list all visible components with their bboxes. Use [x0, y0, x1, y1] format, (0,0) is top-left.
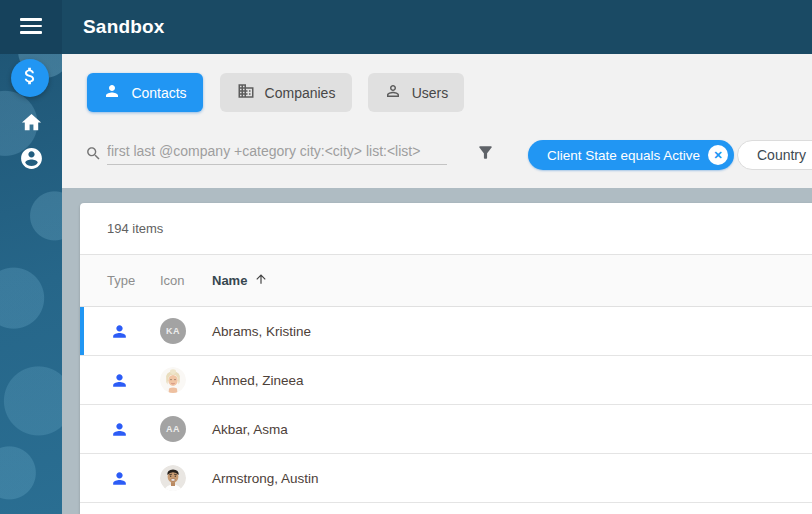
- contact-avatar-cell: [160, 367, 212, 393]
- contact-avatar-cell: AA: [160, 416, 212, 442]
- sidebar: [0, 0, 62, 514]
- menu-icon[interactable]: [20, 18, 42, 34]
- table-header-row: Type Icon Name: [80, 255, 812, 307]
- search-input[interactable]: [107, 138, 447, 165]
- contact-type-cell: [107, 322, 160, 341]
- tab-users[interactable]: Users: [368, 73, 464, 112]
- person-icon: [103, 82, 121, 103]
- home-icon: [20, 111, 43, 138]
- avatar-photo: [160, 367, 186, 393]
- contacts-table-card: 194 items Type Icon Name KA Abrams, Kris…: [80, 203, 812, 514]
- table-row[interactable]: Armstrong, Austin: [80, 454, 812, 503]
- person-icon: [110, 469, 129, 488]
- building-icon: [237, 82, 255, 103]
- account-circle-icon: [19, 146, 44, 175]
- tab-label: Users: [412, 85, 449, 101]
- dollar-icon: [19, 65, 41, 91]
- contact-type-cell: [107, 420, 160, 439]
- filter-chip-client-state[interactable]: Client State equals Active ✕: [528, 140, 734, 170]
- results-count-row: 194 items: [80, 203, 812, 255]
- table-row[interactable]: KA Abrams, Kristine: [80, 307, 812, 356]
- country-filter-dropdown[interactable]: Country: [737, 140, 812, 170]
- person-icon: [110, 420, 129, 439]
- person-icon: [110, 322, 129, 341]
- contact-name: Armstrong, Austin: [212, 471, 319, 486]
- toolbar: Contacts Companies Users Client State eq…: [62, 54, 812, 188]
- person-icon: [110, 371, 129, 390]
- avatar-photo: [160, 465, 186, 491]
- column-header-type[interactable]: Type: [107, 273, 160, 288]
- contact-name: Akbar, Asma: [212, 422, 288, 437]
- table-row[interactable]: Ahmed, Zineea: [80, 356, 812, 405]
- avatar-initials: AA: [160, 416, 186, 442]
- country-filter-label: Country: [757, 147, 812, 163]
- contact-avatar-cell: KA: [160, 318, 212, 344]
- avatar-initials: KA: [160, 318, 186, 344]
- column-header-name-label: Name: [212, 273, 247, 288]
- contact-name: Abrams, Kristine: [212, 324, 311, 339]
- sidebar-item-account[interactable]: [19, 148, 43, 172]
- contact-type-cell: [107, 371, 160, 390]
- search-icon: [85, 145, 102, 166]
- contact-type-cell: [107, 469, 160, 488]
- sort-ascending-icon: [254, 272, 268, 289]
- header-bar: Sandbox: [62, 0, 812, 54]
- tab-companies[interactable]: Companies: [220, 73, 352, 112]
- tab-label: Companies: [265, 85, 336, 101]
- page-title: Sandbox: [62, 0, 812, 54]
- sidebar-item-home[interactable]: [19, 112, 43, 136]
- table-row[interactable]: AA Akbar, Asma: [80, 405, 812, 454]
- app-window: Sandbox Contacts: [0, 0, 812, 514]
- results-count: 194 items: [107, 221, 163, 236]
- sidebar-item-money[interactable]: [11, 59, 49, 97]
- contact-name: Ahmed, Zineea: [212, 373, 304, 388]
- filter-icon[interactable]: [476, 143, 495, 166]
- close-icon[interactable]: ✕: [708, 145, 728, 165]
- column-header-icon[interactable]: Icon: [160, 273, 212, 288]
- tab-label: Contacts: [131, 85, 186, 101]
- filter-chip-label: Client State equals Active: [547, 148, 700, 163]
- column-header-name[interactable]: Name: [212, 272, 268, 289]
- person-outline-icon: [384, 82, 402, 103]
- tab-contacts[interactable]: Contacts: [87, 73, 203, 112]
- contact-avatar-cell: [160, 465, 212, 491]
